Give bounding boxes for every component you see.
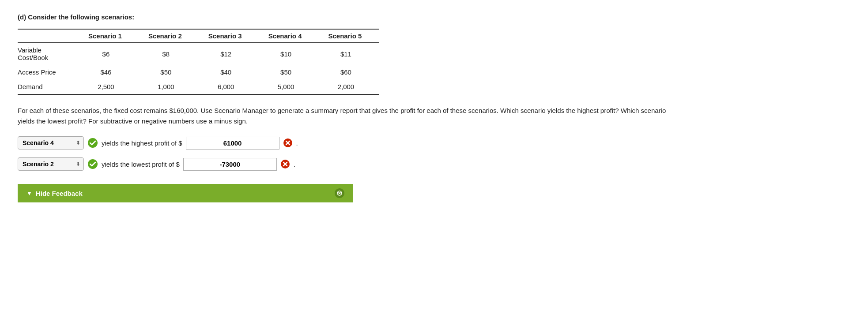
table-row: Access Price $46 $50 $40 $50 $60 <box>18 65 379 79</box>
lowest-profit-text: yields the lowest profit of $ <box>102 161 180 168</box>
cell-demand-s3: 6,000 <box>200 79 260 94</box>
cell-variable-s1: $6 <box>79 43 140 65</box>
highest-profit-text: yields the highest profit of $ <box>102 139 182 147</box>
cell-variable-s2: $8 <box>140 43 200 65</box>
svg-point-0 <box>88 138 98 148</box>
table-row: VariableCost/Book $6 $8 $12 $10 $11 <box>18 43 379 65</box>
col-header-s2: Scenario 2 <box>140 29 200 43</box>
cell-access-s5: $60 <box>320 65 380 79</box>
highest-error-icon[interactable] <box>283 138 293 148</box>
row-label-demand: Demand <box>18 79 79 94</box>
row-label-variable: VariableCost/Book <box>18 43 79 65</box>
highest-profit-input[interactable] <box>186 137 279 150</box>
svg-point-4 <box>88 159 98 169</box>
lowest-scenario-dropdown-wrapper[interactable]: Scenario 1 Scenario 2 Scenario 3 Scenari… <box>18 157 84 171</box>
cell-variable-s5: $11 <box>320 43 380 65</box>
highest-period: . <box>296 139 298 147</box>
lowest-scenario-dropdown[interactable]: Scenario 1 Scenario 2 Scenario 3 Scenari… <box>18 157 84 171</box>
col-header-s1: Scenario 1 <box>79 29 140 43</box>
cell-access-s3: $40 <box>200 65 260 79</box>
hide-feedback-label: Hide Feedback <box>36 190 83 197</box>
cell-access-s1: $46 <box>79 65 140 79</box>
hide-feedback-bar[interactable]: ▼ Hide Feedback <box>18 184 353 202</box>
col-header-empty <box>18 29 79 43</box>
col-header-s5: Scenario 5 <box>320 29 380 43</box>
cell-variable-s3: $12 <box>200 43 260 65</box>
row-label-access-price: Access Price <box>18 65 79 79</box>
lowest-profit-row: Scenario 1 Scenario 2 Scenario 3 Scenari… <box>18 157 850 171</box>
lowest-error-icon[interactable] <box>280 159 290 169</box>
question-label: (d) Consider the following scenarios: <box>18 13 850 21</box>
cell-access-s4: $50 <box>260 65 320 79</box>
table-row: Demand 2,500 1,000 6,000 5,000 2,000 <box>18 79 379 94</box>
description-text: For each of these scenarios, the fixed c… <box>18 105 680 127</box>
hide-feedback-arrow-icon: ▼ <box>26 190 32 197</box>
hide-feedback-circle <box>335 188 344 198</box>
lowest-check-icon <box>87 159 98 169</box>
highest-profit-row: Scenario 1 Scenario 2 Scenario 3 Scenari… <box>18 136 850 150</box>
col-header-s3: Scenario 3 <box>200 29 260 43</box>
cell-demand-s4: 5,000 <box>260 79 320 94</box>
cell-demand-s1: 2,500 <box>79 79 140 94</box>
lowest-profit-input[interactable] <box>183 158 277 171</box>
lowest-period: . <box>294 161 295 168</box>
scenarios-table: Scenario 1 Scenario 2 Scenario 3 Scenari… <box>18 29 379 95</box>
highest-scenario-dropdown[interactable]: Scenario 1 Scenario 2 Scenario 3 Scenari… <box>18 136 84 150</box>
cell-access-s2: $50 <box>140 65 200 79</box>
highest-check-icon <box>87 138 98 148</box>
cell-variable-s4: $10 <box>260 43 320 65</box>
highest-scenario-dropdown-wrapper[interactable]: Scenario 1 Scenario 2 Scenario 3 Scenari… <box>18 136 84 150</box>
col-header-s4: Scenario 4 <box>260 29 320 43</box>
cell-demand-s5: 2,000 <box>320 79 380 94</box>
cell-demand-s2: 1,000 <box>140 79 200 94</box>
